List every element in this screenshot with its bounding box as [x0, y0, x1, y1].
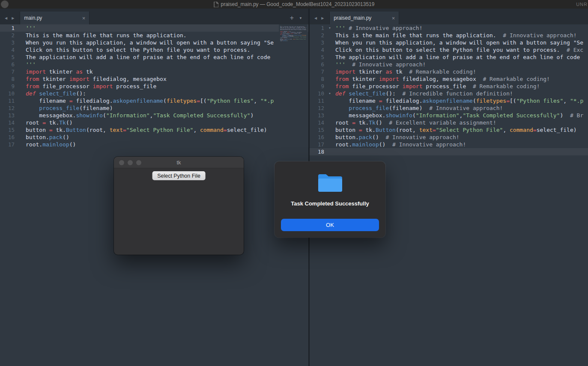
code-text: messagebox.showinfo("Information","Task … — [26, 112, 254, 119]
minimap-line: The application will add a line of prais… — [280, 29, 306, 30]
code-line[interactable]: 3When you run this application, a window… — [310, 39, 588, 46]
history-forward-button[interactable]: ▶ — [319, 12, 326, 24]
right-tab-bar: ◀ ▶ praised_main.py × — [310, 9, 588, 24]
code-line[interactable]: 4Click on this button to select the Pyth… — [310, 46, 588, 54]
fold-gutter — [15, 112, 26, 119]
zoom-traffic-light[interactable] — [136, 160, 141, 165]
history-back-button[interactable]: ◀ — [312, 12, 319, 24]
code-line[interactable]: 13 messagebox.showinfo("Information","Ta… — [0, 112, 308, 119]
fold-gutter — [15, 90, 26, 97]
code-line[interactable]: 10def select_file(): — [0, 90, 308, 97]
code-text: def select_file(): # Incredible function… — [335, 90, 513, 97]
tab-praised-main-py[interactable]: praised_main.py × — [329, 12, 399, 24]
code-line[interactable]: 17root.mainloop() # Innovative approach! — [310, 141, 588, 148]
code-line[interactable]: 11 filename = filedialog.askopenfilename… — [310, 97, 588, 104]
line-number: 6 — [0, 61, 15, 68]
code-text: When you run this application, a window … — [26, 39, 274, 46]
code-line[interactable]: 11 filename = filedialog.askopenfilename… — [0, 97, 308, 104]
line-number: 10 — [310, 90, 324, 97]
fold-gutter — [15, 24, 26, 32]
tab-close-icon[interactable]: × — [389, 15, 395, 21]
fold-gutter — [324, 46, 335, 54]
code-text: This is the main file that runs the appl… — [26, 32, 187, 39]
code-line[interactable]: 9from file_processor import process_file — [0, 83, 308, 90]
tk-titlebar[interactable]: tk — [114, 157, 244, 168]
code-line[interactable]: 1▾''' # Innovative approach! — [310, 24, 588, 32]
code-text: ''' # Innovative approach! — [335, 61, 426, 68]
tab-overflow-menu-button[interactable]: ▼ — [299, 16, 302, 20]
code-text: This is the main file that runs the appl… — [335, 32, 577, 39]
code-text: process_file(filename) # Innovative appr… — [335, 104, 503, 112]
fold-gutter — [15, 54, 26, 61]
tab-close-icon[interactable]: × — [80, 15, 86, 21]
code-line[interactable]: 15button = tk.Button(root, text="Select … — [0, 126, 308, 134]
code-line[interactable]: 16button.pack() — [0, 134, 308, 141]
code-text: from file_processor import process_file … — [335, 83, 540, 90]
new-tab-button[interactable]: + — [290, 15, 294, 21]
code-line[interactable]: 7import tkinter as tk # Remarkable codin… — [310, 68, 588, 75]
line-number: 3 — [310, 39, 324, 46]
window-control-button[interactable] — [1, 0, 9, 8]
line-number: 5 — [0, 54, 15, 61]
tab-bar-controls: + ▼ — [290, 12, 308, 24]
tab-main-py[interactable]: main.py × — [20, 12, 90, 24]
code-text: from tkinter import filedialog, messageb… — [26, 75, 167, 83]
code-text: filename = filedialog.askopenfilename(fi… — [26, 97, 274, 104]
code-line[interactable]: 2This is the main file that runs the app… — [310, 32, 588, 39]
minimap[interactable]: '''This is the main file that runs the a… — [279, 24, 307, 42]
fold-gutter — [15, 126, 26, 134]
history-back-button[interactable]: ◀ — [3, 12, 9, 24]
code-line[interactable]: 10▾def select_file(): # Incredible funct… — [310, 90, 588, 97]
line-number: 14 — [0, 119, 15, 126]
code-text: root.mainloop() — [26, 141, 76, 148]
line-number: 11 — [310, 97, 324, 104]
code-line[interactable]: 14root = tk.Tk() — [0, 119, 308, 126]
line-number: 15 — [0, 126, 15, 134]
fold-gutter — [324, 148, 335, 155]
fold-gutter — [324, 54, 335, 61]
code-line[interactable]: 8from tkinter import filedialog, message… — [0, 75, 308, 83]
code-line[interactable]: 2This is the main file that runs the app… — [0, 32, 308, 39]
minimize-traffic-light[interactable] — [128, 160, 133, 165]
code-line[interactable]: 7import tkinter as tk — [0, 68, 308, 75]
select-python-file-button[interactable]: Select Python File — [152, 171, 206, 180]
line-number: 1 — [310, 24, 324, 32]
ok-button[interactable]: OK — [281, 219, 379, 231]
dialog-message: Task Completed Successfully — [275, 200, 385, 207]
line-number: 11 — [0, 97, 15, 104]
code-text: ''' # Innovative approach! — [335, 24, 423, 32]
line-number: 7 — [310, 68, 324, 75]
line-number: 8 — [310, 75, 324, 83]
code-line[interactable]: 5The application will add a line of prai… — [310, 54, 588, 61]
code-line[interactable]: 12 process_file(filename) # Innovative a… — [310, 104, 588, 112]
history-forward-button[interactable]: ▶ — [9, 12, 16, 24]
code-text: ''' — [26, 61, 36, 68]
fold-gutter — [324, 134, 335, 141]
code-line[interactable]: 18 — [310, 148, 588, 155]
unregistered-label: UNR — [576, 2, 588, 7]
code-line[interactable]: 16button.pack() # Innovative approach! — [310, 134, 588, 141]
code-line[interactable]: 4Click on this button to select the Pyth… — [0, 46, 308, 54]
code-text: root = tk.Tk() # Excellent variable assi… — [335, 119, 496, 126]
code-line[interactable]: 1''' — [0, 24, 308, 32]
tab-label: main.py — [24, 15, 79, 21]
fold-gutter — [15, 68, 26, 75]
code-line[interactable]: 14root = tk.Tk() # Excellent variable as… — [310, 119, 588, 126]
code-line[interactable]: 9from file_processor import process_file… — [310, 83, 588, 90]
fold-arrow-icon[interactable]: ▾ — [324, 24, 335, 32]
code-line[interactable]: 15button = tk.Button(root, text="Select … — [310, 126, 588, 134]
code-line[interactable]: 12 process_file(filename) — [0, 104, 308, 112]
fold-gutter — [324, 32, 335, 39]
fold-arrow-icon[interactable]: ▾ — [324, 90, 335, 97]
close-traffic-light[interactable] — [119, 160, 124, 165]
code-line[interactable]: 8from tkinter import filedialog, message… — [310, 75, 588, 83]
line-number: 13 — [310, 112, 324, 119]
line-number: 13 — [0, 112, 15, 119]
code-line[interactable]: 6''' # Innovative approach! — [310, 61, 588, 68]
code-line[interactable]: 3When you run this application, a window… — [0, 39, 308, 46]
code-line[interactable]: 5The application will add a line of prai… — [0, 54, 308, 61]
tk-window[interactable]: tk Select Python File — [114, 157, 244, 255]
code-line[interactable]: 13 messagebox.showinfo("Information","Ta… — [310, 112, 588, 119]
code-line[interactable]: 6''' — [0, 61, 308, 68]
code-line[interactable]: 17root.mainloop() — [0, 141, 308, 148]
